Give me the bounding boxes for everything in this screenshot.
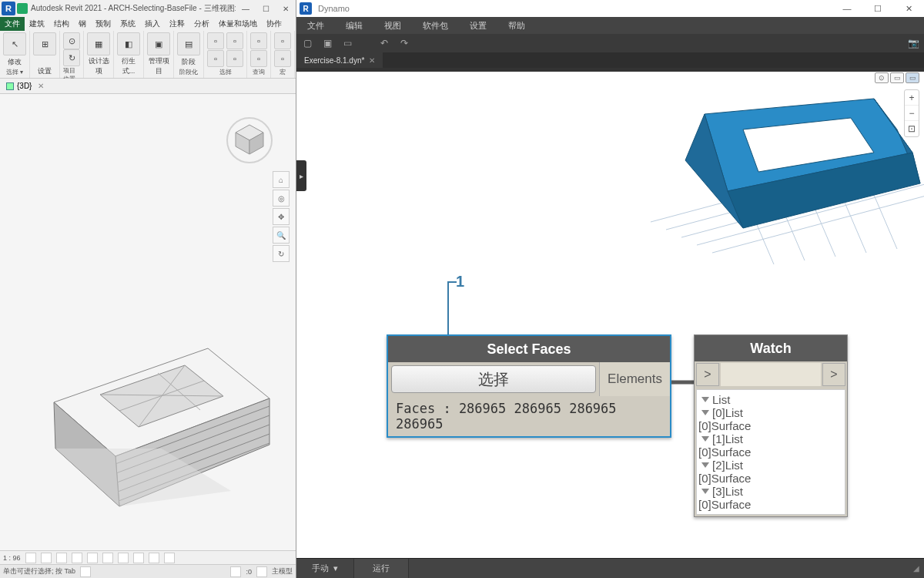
generative-icon[interactable]: ◧ (117, 32, 140, 55)
expand-icon[interactable] (701, 489, 709, 494)
vc-icon[interactable] (87, 553, 98, 563)
undo-icon[interactable]: ↶ (378, 37, 390, 49)
select-button[interactable]: 选择 (391, 365, 596, 393)
close-button[interactable]: ✕ (276, 0, 296, 17)
view-mode-icon[interactable]: ▭ (890, 72, 904, 83)
sel-icon[interactable]: ▫ (207, 32, 224, 49)
expand-icon[interactable] (701, 462, 709, 468)
vc-icon[interactable] (102, 553, 113, 563)
manage-project-icon[interactable]: ▣ (147, 32, 170, 55)
run-mode-selector[interactable]: 手动 ▾ (296, 559, 354, 578)
nav-zoom-icon[interactable]: 🔍 (273, 227, 290, 244)
viewcube[interactable] (226, 117, 273, 163)
menu-settings[interactable]: 设置 (459, 20, 497, 32)
menu-edit[interactable]: 编辑 (335, 20, 373, 32)
maximize-button[interactable]: ☐ (862, 0, 893, 17)
q-icon[interactable]: ▫ (250, 32, 267, 49)
menu-help[interactable]: 帮助 (497, 20, 536, 32)
ribbon-tab[interactable]: 结构 (49, 17, 74, 31)
close-button[interactable]: ✕ (893, 0, 924, 17)
view-tab-3d[interactable]: {3D} ✕ (0, 80, 50, 92)
open-icon[interactable]: ▭ (341, 37, 353, 49)
ribbon-tab[interactable]: 系统 (116, 17, 140, 31)
cube-icon (6, 82, 14, 90)
sb-icon[interactable] (80, 566, 91, 577)
expand-icon[interactable] (701, 397, 709, 402)
geometry-preview[interactable] (527, 83, 924, 284)
menu-packages[interactable]: 软件包 (412, 20, 459, 32)
sb-icon[interactable] (230, 566, 241, 577)
macro-icon[interactable]: ▫ (274, 50, 291, 67)
sb-filter-icon[interactable] (256, 566, 267, 577)
dynamo-graph-canvas[interactable]: ▸ ⊙ ▭ ▭ + − ⊡ (296, 68, 924, 558)
vc-icon[interactable] (118, 553, 129, 563)
model-label[interactable]: 主模型 (272, 566, 293, 576)
modify-icon[interactable]: ↖ (3, 32, 26, 55)
revit-3d-viewport[interactable]: ⌂ ◎ ✥ 🔍 ↻ (0, 94, 296, 550)
watch-output[interactable]: List [0] List [0] Surface [1] List [0] S… (696, 389, 845, 515)
ribbon-tab[interactable]: 钢 (74, 17, 91, 31)
revit-status-bar: 单击可进行选择; 按 Tab :0 主模型 (0, 564, 296, 578)
node-watch[interactable]: Watch > > List [0] List [0] Surface [1] … (694, 334, 848, 517)
vc-icon[interactable] (41, 553, 52, 563)
sel-icon[interactable]: ▫ (226, 50, 243, 67)
ribbon-tab[interactable]: 协作 (262, 17, 286, 31)
vc-icon[interactable] (72, 553, 82, 563)
design-options-icon[interactable]: ▦ (87, 32, 110, 55)
view-mode-icon[interactable]: ⊙ (875, 72, 889, 83)
close-tab-icon[interactable]: ✕ (38, 82, 44, 90)
ribbon-tab[interactable]: 预制 (91, 17, 116, 31)
ribbon-tab[interactable]: 注释 (165, 17, 189, 31)
input-port[interactable]: > (696, 363, 719, 386)
save-icon[interactable]: ▣ (321, 37, 333, 49)
settings-icon[interactable]: ⊞ (33, 32, 56, 55)
annotation-label: 1 (456, 273, 464, 291)
scale-label[interactable]: 1 : 96 (3, 554, 21, 562)
output-port[interactable]: > (822, 363, 845, 386)
building-model[interactable] (31, 310, 277, 526)
ribbon-tab[interactable]: 分析 (189, 17, 214, 31)
expand-icon[interactable] (701, 436, 709, 442)
view-mode-icon[interactable]: ▭ (906, 72, 919, 83)
nav-home-icon[interactable]: ⌂ (273, 171, 290, 188)
close-tab-icon[interactable]: ✕ (369, 56, 375, 65)
output-port-elements[interactable]: Elements (599, 362, 670, 396)
vc-icon[interactable] (149, 553, 159, 563)
nav-wheel-icon[interactable]: ◎ (273, 190, 290, 207)
menu-view[interactable]: 视图 (373, 20, 412, 32)
qat-icon[interactable] (17, 3, 28, 14)
menu-file[interactable]: 文件 (296, 20, 335, 32)
loc-icon2[interactable]: ↻ (63, 49, 80, 66)
sel-icon[interactable]: ▫ (226, 32, 243, 49)
file-tab[interactable]: Exercise-8.1.dyn* ✕ (296, 52, 383, 68)
redo-icon[interactable]: ↷ (398, 37, 410, 49)
expand-icon[interactable] (701, 410, 709, 415)
view-tab-label: {3D} (17, 82, 32, 90)
ribbon-tab[interactable]: 体量和场地 (214, 17, 262, 31)
minimize-button[interactable]: — (832, 0, 862, 17)
vc-icon[interactable] (133, 553, 144, 563)
maximize-button[interactable]: ☐ (256, 0, 276, 17)
nav-orbit-icon[interactable]: ↻ (273, 245, 290, 262)
vc-icon[interactable] (25, 553, 36, 563)
minimize-button[interactable]: — (236, 0, 256, 17)
revit-titlebar: R Autodesk Revit 2021 - ARCH-Selecting-B… (0, 0, 296, 17)
q-icon[interactable]: ▫ (250, 50, 267, 67)
phases-icon[interactable]: ▤ (177, 32, 200, 55)
ribbon-tab[interactable]: 插入 (140, 17, 165, 31)
ribbon-tab[interactable]: 建筑 (25, 17, 49, 31)
vc-icon[interactable] (164, 553, 175, 563)
macro-icon[interactable]: ▫ (274, 32, 291, 49)
library-expand-tab[interactable]: ▸ (296, 160, 306, 191)
camera-icon[interactable]: 📷 (907, 37, 919, 49)
resize-grip-icon[interactable]: ◢ (909, 564, 924, 573)
vc-icon[interactable] (56, 553, 67, 563)
node-select-faces[interactable]: Select Faces 选择 Elements Faces : 286965 … (387, 334, 671, 438)
loc-icon[interactable]: ⊙ (63, 32, 80, 49)
new-icon[interactable]: ▢ (301, 37, 313, 49)
run-button[interactable]: 运行 (354, 559, 409, 578)
sel-icon[interactable]: ▫ (207, 50, 224, 67)
ribbon-tab-file[interactable]: 文件 (0, 17, 25, 31)
revit-title: Autodesk Revit 2021 - ARCH-Selecting-Bas… (31, 3, 236, 14)
nav-pan-icon[interactable]: ✥ (273, 208, 290, 225)
